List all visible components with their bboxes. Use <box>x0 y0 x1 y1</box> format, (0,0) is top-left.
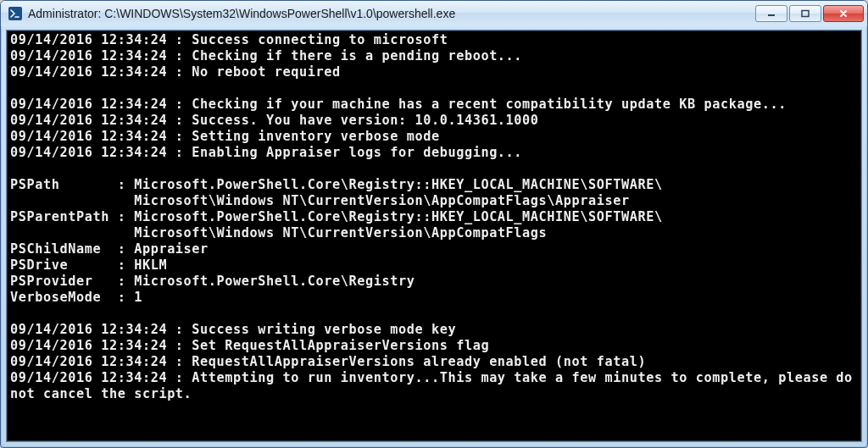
window: Administrator: C:\WINDOWS\System32\Windo… <box>0 0 868 448</box>
console-output: 09/14/2016 12:34:24 : Success connecting… <box>10 32 858 402</box>
svg-rect-0 <box>8 7 22 20</box>
console[interactable]: 09/14/2016 12:34:24 : Success connecting… <box>6 30 862 442</box>
window-title: Administrator: C:\WINDOWS\System32\Windo… <box>28 7 755 20</box>
close-button[interactable] <box>823 5 864 22</box>
maximize-button[interactable] <box>789 5 821 22</box>
window-controls <box>755 5 865 22</box>
powershell-icon <box>8 6 23 21</box>
client-frame: 09/14/2016 12:34:24 : Success connecting… <box>1 26 867 447</box>
titlebar[interactable]: Administrator: C:\WINDOWS\System32\Windo… <box>1 1 867 26</box>
minimize-button[interactable] <box>755 5 787 22</box>
svg-rect-3 <box>802 11 809 17</box>
